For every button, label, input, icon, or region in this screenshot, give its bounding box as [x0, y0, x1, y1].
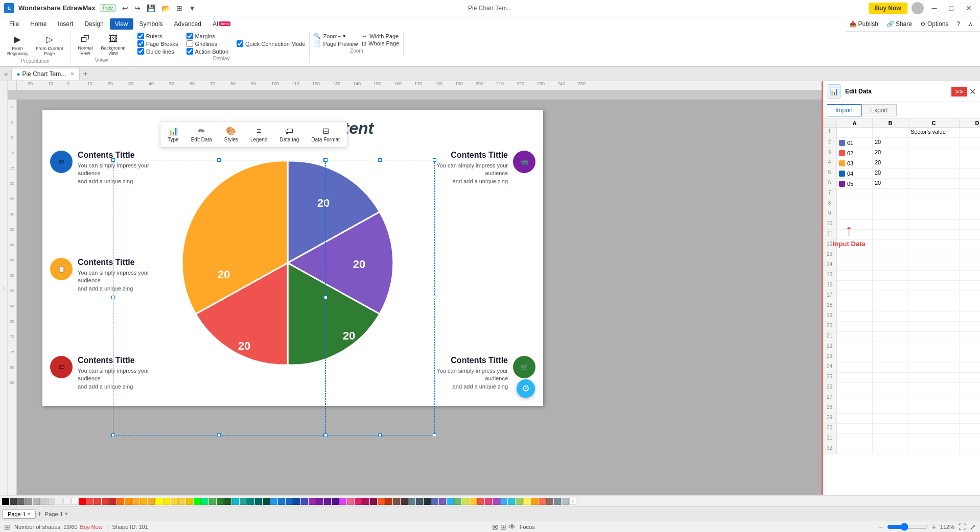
menu-advanced[interactable]: Advanced — [169, 18, 206, 30]
swatch-deeporange3[interactable] — [539, 498, 546, 505]
swatch-purple1[interactable] — [309, 498, 316, 505]
cell-7c[interactable] — [908, 189, 960, 199]
cell-31b[interactable] — [873, 434, 908, 444]
from-beginning-button[interactable]: ▶ FromBeginning — [4, 33, 31, 57]
swatch-blue3[interactable] — [286, 498, 293, 505]
cell-23c[interactable] — [908, 352, 960, 362]
cell-29a[interactable] — [837, 414, 873, 423]
swatch-red2[interactable] — [86, 498, 94, 505]
cell-31d[interactable] — [960, 434, 980, 444]
cell-17b[interactable] — [873, 291, 908, 301]
chart-data-tag-button[interactable]: 🏷 Data tag — [276, 125, 302, 144]
cell-24c[interactable] — [908, 362, 960, 372]
chart-edit-data-button[interactable]: ✏ Edit Data — [188, 125, 215, 144]
cell-29b[interactable] — [873, 414, 908, 423]
cell-21c[interactable] — [908, 332, 960, 342]
cell-14a[interactable] — [837, 260, 873, 270]
cell-4c[interactable] — [908, 158, 960, 168]
swatch-red[interactable] — [79, 498, 86, 505]
swatch-red3[interactable] — [94, 498, 101, 505]
collapse-button[interactable]: ∧ — [965, 19, 976, 29]
tabs-nav-left[interactable]: « — [2, 70, 10, 78]
gridlines-checkbox[interactable] — [186, 40, 193, 47]
cell-5a[interactable]: 04 — [837, 168, 873, 178]
zoom-out-icon[interactable]: − — [878, 523, 882, 531]
menu-symbols[interactable]: Symbols — [134, 18, 168, 30]
swatch-purple5[interactable] — [493, 498, 500, 505]
cell-18c[interactable] — [908, 301, 960, 311]
tab-close-button[interactable]: ✕ — [70, 71, 74, 77]
cell-9c[interactable] — [908, 209, 960, 219]
save-button[interactable]: 💾 — [145, 3, 157, 13]
cell-12d[interactable] — [960, 240, 980, 250]
swatch-yellow6[interactable] — [186, 498, 193, 505]
help-button[interactable]: ? — [953, 19, 963, 29]
swatch-bluegray[interactable] — [408, 498, 415, 505]
cell-12c[interactable] — [908, 240, 960, 250]
swatch-orange3[interactable] — [132, 498, 139, 505]
swatch-lightblue[interactable] — [447, 498, 454, 505]
cell-27d[interactable] — [960, 393, 980, 403]
buy-now-link[interactable]: Buy Now — [80, 524, 103, 530]
tab-add-button[interactable]: + — [81, 69, 89, 79]
cell-6b[interactable]: 20 — [873, 179, 908, 188]
cell-19b[interactable] — [873, 311, 908, 321]
cell-8d[interactable] — [960, 199, 980, 209]
cell-20c[interactable] — [908, 322, 960, 331]
cell-2a[interactable]: 01 — [837, 138, 873, 148]
user-avatar[interactable] — [912, 2, 924, 14]
cell-10b[interactable] — [873, 220, 908, 229]
swatch-dark1[interactable] — [10, 498, 17, 505]
from-current-page-button[interactable]: ▷ From CurrentPage — [33, 33, 66, 57]
page-tab-1[interactable]: Page-1 ▾ — [2, 510, 36, 519]
cell-7d[interactable] — [960, 189, 980, 199]
canvas-content[interactable]: Pie chart for Content ✉ Contents Tittle … — [17, 100, 822, 495]
open-button[interactable]: 📂 — [159, 3, 172, 13]
cell-26b[interactable] — [873, 383, 908, 393]
swatch-teal5[interactable] — [263, 498, 270, 505]
cell-17d[interactable] — [960, 291, 980, 301]
normal-view-button[interactable]: 🗗 NormalView — [75, 33, 96, 57]
swatch-darkblue[interactable] — [293, 498, 300, 505]
layers-icon[interactable]: ⊞ — [4, 523, 10, 531]
whole-page-item[interactable]: ⊡ Whole Page — [362, 40, 399, 47]
chart-type-button[interactable]: 📊 Type — [165, 125, 182, 144]
chart-legend-button[interactable]: ≡ Legend — [247, 125, 270, 144]
swatch-lighter[interactable] — [63, 498, 71, 505]
cell-20a[interactable] — [837, 322, 873, 331]
cell-3b[interactable]: 20 — [873, 148, 908, 158]
swatch-brown[interactable] — [393, 498, 400, 505]
handle-bm[interactable] — [217, 433, 221, 437]
cell-24b[interactable] — [873, 362, 908, 372]
cell-16d[interactable] — [960, 281, 980, 291]
cell-3c[interactable] — [908, 148, 960, 158]
swatch-bluegray4[interactable] — [554, 498, 561, 505]
cell-4b[interactable]: 20 — [873, 158, 908, 168]
swatch-teal2[interactable] — [240, 498, 247, 505]
swatch-blue1[interactable] — [270, 498, 277, 505]
menu-design[interactable]: Design — [79, 18, 108, 30]
fullscreen-icon[interactable]: ⛶ — [959, 523, 966, 531]
swatch-green1[interactable] — [201, 498, 208, 505]
cell-14b[interactable] — [873, 260, 908, 270]
minimize-button[interactable]: ─ — [928, 3, 941, 13]
cell-15d[interactable] — [960, 271, 980, 280]
fit-icon[interactable]: ⊠ — [492, 523, 498, 531]
more-colors-button[interactable]: + — [569, 498, 576, 505]
swatch-amber[interactable] — [140, 498, 147, 505]
cell-30a[interactable] — [837, 424, 873, 433]
swatch-yellow5[interactable] — [178, 498, 185, 505]
share-button[interactable]: 🔗 Share — [883, 19, 915, 29]
cell-23b[interactable] — [873, 352, 908, 362]
cell-4d[interactable] — [960, 158, 980, 168]
swatch-lime2[interactable] — [462, 498, 469, 505]
cell-12a[interactable] — [837, 240, 873, 250]
cell-32b[interactable] — [873, 444, 908, 454]
cell-28b[interactable] — [873, 403, 908, 413]
cell-10a[interactable] — [837, 220, 873, 229]
handle-ml[interactable] — [111, 296, 115, 299]
cell-22c[interactable] — [908, 342, 960, 352]
cell-18b[interactable] — [873, 301, 908, 311]
swatch-amber2[interactable] — [470, 498, 477, 505]
page-width-item[interactable]: ↔ Width Page — [362, 33, 399, 39]
